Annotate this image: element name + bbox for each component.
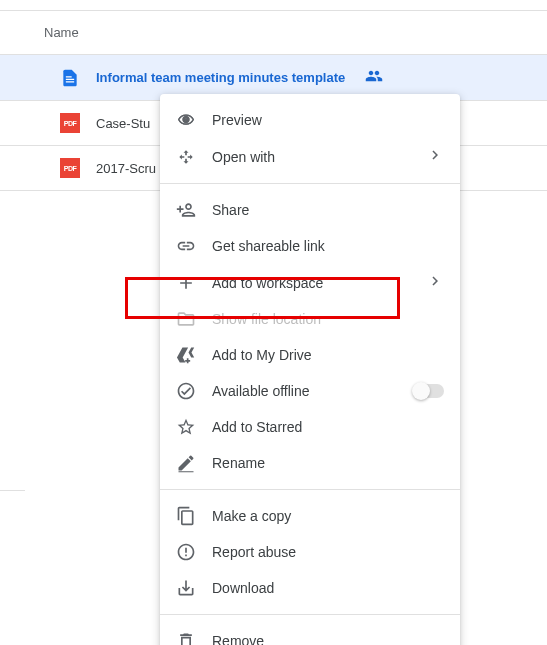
divider [0, 490, 25, 491]
pencil-icon [176, 453, 196, 473]
trash-icon [176, 631, 196, 645]
menu-label: Available offline [212, 383, 414, 399]
menu-get-link[interactable]: Get shareable link [160, 228, 460, 264]
menu-starred[interactable]: Add to Starred [160, 409, 460, 445]
offline-check-icon [176, 381, 196, 401]
chevron-right-icon [426, 272, 444, 293]
menu-download[interactable]: Download [160, 570, 460, 606]
link-icon [176, 236, 196, 256]
menu-label: Report abuse [212, 544, 444, 560]
menu-show-location: Show file location [160, 301, 460, 337]
menu-label: Download [212, 580, 444, 596]
menu-add-workspace[interactable]: Add to workspace [160, 264, 460, 301]
menu-copy[interactable]: Make a copy [160, 498, 460, 534]
menu-label: Make a copy [212, 508, 444, 524]
menu-divider [160, 183, 460, 184]
menu-open-with[interactable]: Open with [160, 138, 460, 175]
shared-icon [361, 67, 383, 88]
menu-remove[interactable]: Remove [160, 623, 460, 645]
plus-icon [176, 273, 196, 293]
menu-divider [160, 614, 460, 615]
menu-label: Show file location [212, 311, 444, 327]
menu-label: Preview [212, 112, 444, 128]
menu-label: Add to My Drive [212, 347, 444, 363]
name-column-header: Name [44, 25, 79, 40]
menu-add-drive[interactable]: Add to My Drive [160, 337, 460, 373]
alert-icon [176, 542, 196, 562]
menu-label: Add to Starred [212, 419, 444, 435]
offline-toggle[interactable] [414, 384, 444, 398]
star-icon [176, 417, 196, 437]
menu-divider [160, 489, 460, 490]
download-icon [176, 578, 196, 598]
svg-point-0 [184, 118, 187, 121]
google-doc-icon [60, 68, 80, 88]
chevron-right-icon [426, 146, 444, 167]
eye-icon [176, 110, 196, 130]
person-add-icon [176, 200, 196, 220]
menu-rename[interactable]: Rename [160, 445, 460, 481]
menu-preview[interactable]: Preview [160, 102, 460, 138]
drive-add-icon [176, 345, 196, 365]
folder-icon [176, 309, 196, 329]
file-name: Case-Stu [96, 116, 150, 131]
menu-report-abuse[interactable]: Report abuse [160, 534, 460, 570]
pdf-icon: PDF [60, 113, 80, 133]
copy-icon [176, 506, 196, 526]
menu-label: Get shareable link [212, 238, 444, 254]
context-menu: Preview Open with Share Get shareable li… [160, 94, 460, 645]
menu-label: Share [212, 202, 444, 218]
menu-label: Add to workspace [212, 275, 426, 291]
menu-label: Open with [212, 149, 426, 165]
file-name: 2017-Scru [96, 161, 156, 176]
column-header: Name [0, 11, 547, 55]
file-name: Informal team meeting minutes template [96, 70, 345, 85]
menu-share[interactable]: Share [160, 192, 460, 228]
menu-offline[interactable]: Available offline [160, 373, 460, 409]
open-with-icon [176, 147, 196, 167]
menu-label: Remove [212, 633, 444, 645]
pdf-icon: PDF [60, 158, 80, 178]
menu-label: Rename [212, 455, 444, 471]
